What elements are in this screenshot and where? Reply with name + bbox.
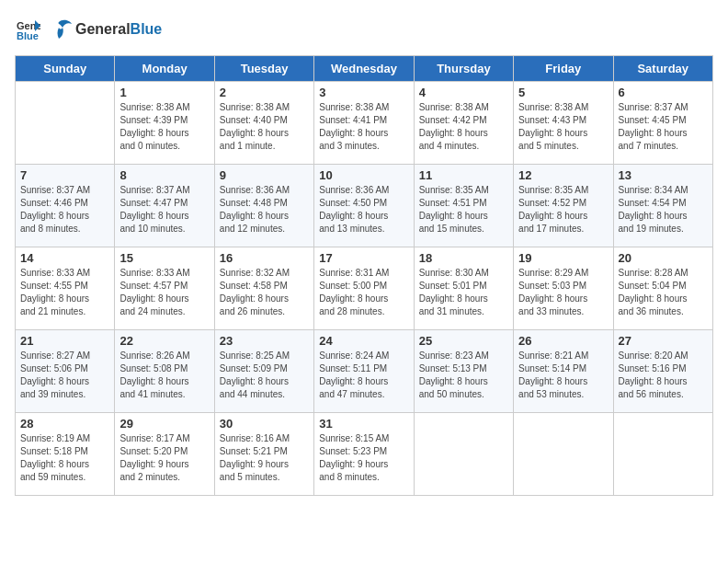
- day-info: Sunrise: 8:33 AM Sunset: 4:57 PM Dayligh…: [119, 267, 209, 318]
- day-number: 19: [518, 251, 608, 265]
- day-number: 22: [119, 334, 209, 348]
- calendar-cell: [514, 413, 613, 496]
- day-info: Sunrise: 8:23 AM Sunset: 5:13 PM Dayligh…: [419, 350, 508, 401]
- calendar-cell: 23Sunrise: 8:25 AM Sunset: 5:09 PM Dayli…: [214, 330, 313, 413]
- calendar-cell: 9Sunrise: 8:36 AM Sunset: 4:48 PM Daylig…: [214, 165, 313, 247]
- calendar-cell: 1Sunrise: 8:38 AM Sunset: 4:39 PM Daylig…: [115, 82, 214, 165]
- calendar-cell: 11Sunrise: 8:35 AM Sunset: 4:51 PM Dayli…: [414, 165, 513, 247]
- day-number: 15: [119, 251, 209, 265]
- weekday-header-sunday: Sunday: [16, 56, 115, 82]
- day-info: Sunrise: 8:17 AM Sunset: 5:20 PM Dayligh…: [119, 432, 209, 484]
- page-header: General Blue GeneralBlue: [15, 15, 713, 44]
- logo-bird-icon: [44, 15, 74, 44]
- calendar-cell: [613, 413, 712, 496]
- day-number: 17: [319, 251, 408, 265]
- calendar-cell: 16Sunrise: 8:32 AM Sunset: 4:58 PM Dayli…: [214, 247, 313, 330]
- day-info: Sunrise: 8:35 AM Sunset: 4:52 PM Dayligh…: [518, 184, 608, 236]
- calendar-cell: 26Sunrise: 8:21 AM Sunset: 5:14 PM Dayli…: [514, 330, 613, 413]
- weekday-header-thursday: Thursday: [414, 56, 513, 82]
- day-info: Sunrise: 8:38 AM Sunset: 4:41 PM Dayligh…: [319, 101, 408, 153]
- day-number: 31: [319, 417, 408, 431]
- day-number: 3: [319, 86, 408, 99]
- day-info: Sunrise: 8:38 AM Sunset: 4:39 PM Dayligh…: [119, 101, 209, 153]
- day-info: Sunrise: 8:25 AM Sunset: 5:09 PM Dayligh…: [220, 350, 309, 401]
- weekday-header-saturday: Saturday: [613, 56, 712, 82]
- day-info: Sunrise: 8:38 AM Sunset: 4:40 PM Dayligh…: [220, 101, 309, 153]
- day-number: 12: [518, 168, 608, 182]
- calendar-cell: 7Sunrise: 8:37 AM Sunset: 4:46 PM Daylig…: [16, 165, 115, 247]
- day-number: 26: [518, 334, 608, 348]
- weekday-header-friday: Friday: [514, 56, 613, 82]
- day-info: Sunrise: 8:30 AM Sunset: 5:01 PM Dayligh…: [419, 267, 508, 318]
- calendar-cell: 25Sunrise: 8:23 AM Sunset: 5:13 PM Dayli…: [414, 330, 513, 413]
- day-number: 11: [419, 168, 508, 182]
- calendar-cell: 14Sunrise: 8:33 AM Sunset: 4:55 PM Dayli…: [16, 247, 115, 330]
- calendar-cell: 15Sunrise: 8:33 AM Sunset: 4:57 PM Dayli…: [115, 247, 214, 330]
- logo-icon: General Blue: [15, 17, 40, 42]
- calendar-cell: 10Sunrise: 8:36 AM Sunset: 4:50 PM Dayli…: [314, 165, 414, 247]
- logo: General Blue GeneralBlue: [15, 15, 162, 44]
- calendar-cell: 21Sunrise: 8:27 AM Sunset: 5:06 PM Dayli…: [16, 330, 115, 413]
- day-info: Sunrise: 8:36 AM Sunset: 4:50 PM Dayligh…: [319, 184, 408, 236]
- day-number: 7: [20, 168, 109, 182]
- calendar-week-row: 21Sunrise: 8:27 AM Sunset: 5:06 PM Dayli…: [16, 330, 713, 413]
- day-info: Sunrise: 8:21 AM Sunset: 5:14 PM Dayligh…: [518, 350, 608, 401]
- day-info: Sunrise: 8:29 AM Sunset: 5:03 PM Dayligh…: [518, 267, 608, 318]
- day-number: 25: [419, 334, 508, 348]
- day-info: Sunrise: 8:38 AM Sunset: 4:43 PM Dayligh…: [518, 101, 608, 153]
- weekday-header-row: SundayMondayTuesdayWednesdayThursdayFrid…: [16, 56, 713, 82]
- calendar-week-row: 14Sunrise: 8:33 AM Sunset: 4:55 PM Dayli…: [16, 247, 713, 330]
- day-info: Sunrise: 8:26 AM Sunset: 5:08 PM Dayligh…: [119, 350, 209, 401]
- day-info: Sunrise: 8:27 AM Sunset: 5:06 PM Dayligh…: [20, 350, 109, 401]
- day-number: 8: [119, 168, 209, 182]
- day-info: Sunrise: 8:37 AM Sunset: 4:47 PM Dayligh…: [119, 184, 209, 236]
- day-info: Sunrise: 8:15 AM Sunset: 5:23 PM Dayligh…: [319, 432, 408, 484]
- day-info: Sunrise: 8:24 AM Sunset: 5:11 PM Dayligh…: [319, 350, 408, 401]
- calendar-week-row: 1Sunrise: 8:38 AM Sunset: 4:39 PM Daylig…: [16, 82, 713, 165]
- day-number: 4: [419, 86, 508, 99]
- weekday-header-wednesday: Wednesday: [314, 56, 414, 82]
- day-info: Sunrise: 8:37 AM Sunset: 4:46 PM Dayligh…: [20, 184, 109, 236]
- calendar-cell: [16, 82, 115, 165]
- logo-blue-text: Blue: [131, 21, 163, 37]
- calendar-cell: 6Sunrise: 8:37 AM Sunset: 4:45 PM Daylig…: [613, 82, 712, 165]
- calendar-cell: 30Sunrise: 8:16 AM Sunset: 5:21 PM Dayli…: [214, 413, 313, 496]
- calendar-cell: 19Sunrise: 8:29 AM Sunset: 5:03 PM Dayli…: [514, 247, 613, 330]
- day-info: Sunrise: 8:19 AM Sunset: 5:18 PM Dayligh…: [20, 432, 109, 484]
- calendar-table: SundayMondayTuesdayWednesdayThursdayFrid…: [15, 55, 713, 496]
- day-info: Sunrise: 8:32 AM Sunset: 4:58 PM Dayligh…: [220, 267, 309, 318]
- day-number: 2: [220, 86, 309, 99]
- day-number: 10: [319, 168, 408, 182]
- calendar-cell: 4Sunrise: 8:38 AM Sunset: 4:42 PM Daylig…: [414, 82, 513, 165]
- day-number: 13: [619, 168, 708, 182]
- calendar-cell: 31Sunrise: 8:15 AM Sunset: 5:23 PM Dayli…: [314, 413, 414, 496]
- calendar-cell: 18Sunrise: 8:30 AM Sunset: 5:01 PM Dayli…: [414, 247, 513, 330]
- day-number: 1: [119, 86, 209, 99]
- calendar-week-row: 28Sunrise: 8:19 AM Sunset: 5:18 PM Dayli…: [16, 413, 713, 496]
- day-number: 27: [619, 334, 708, 348]
- calendar-week-row: 7Sunrise: 8:37 AM Sunset: 4:46 PM Daylig…: [16, 165, 713, 247]
- calendar-cell: 12Sunrise: 8:35 AM Sunset: 4:52 PM Dayli…: [514, 165, 613, 247]
- calendar-cell: 17Sunrise: 8:31 AM Sunset: 5:00 PM Dayli…: [314, 247, 414, 330]
- day-number: 24: [319, 334, 408, 348]
- day-info: Sunrise: 8:20 AM Sunset: 5:16 PM Dayligh…: [619, 350, 708, 401]
- day-info: Sunrise: 8:37 AM Sunset: 4:45 PM Dayligh…: [619, 101, 708, 153]
- calendar-cell: 28Sunrise: 8:19 AM Sunset: 5:18 PM Dayli…: [16, 413, 115, 496]
- day-info: Sunrise: 8:16 AM Sunset: 5:21 PM Dayligh…: [220, 432, 309, 484]
- calendar-cell: [414, 413, 513, 496]
- day-number: 21: [20, 334, 109, 348]
- calendar-cell: 22Sunrise: 8:26 AM Sunset: 5:08 PM Dayli…: [115, 330, 214, 413]
- day-number: 16: [220, 251, 309, 265]
- calendar-cell: 3Sunrise: 8:38 AM Sunset: 4:41 PM Daylig…: [314, 82, 414, 165]
- calendar-cell: 24Sunrise: 8:24 AM Sunset: 5:11 PM Dayli…: [314, 330, 414, 413]
- calendar-cell: 29Sunrise: 8:17 AM Sunset: 5:20 PM Dayli…: [115, 413, 214, 496]
- day-number: 30: [220, 417, 309, 431]
- day-number: 28: [20, 417, 109, 431]
- logo-general-text: General: [75, 21, 131, 37]
- day-info: Sunrise: 8:36 AM Sunset: 4:48 PM Dayligh…: [220, 184, 309, 236]
- calendar-cell: 8Sunrise: 8:37 AM Sunset: 4:47 PM Daylig…: [115, 165, 214, 247]
- weekday-header-tuesday: Tuesday: [214, 56, 313, 82]
- day-number: 29: [119, 417, 209, 431]
- day-number: 9: [220, 168, 309, 182]
- day-info: Sunrise: 8:35 AM Sunset: 4:51 PM Dayligh…: [419, 184, 508, 236]
